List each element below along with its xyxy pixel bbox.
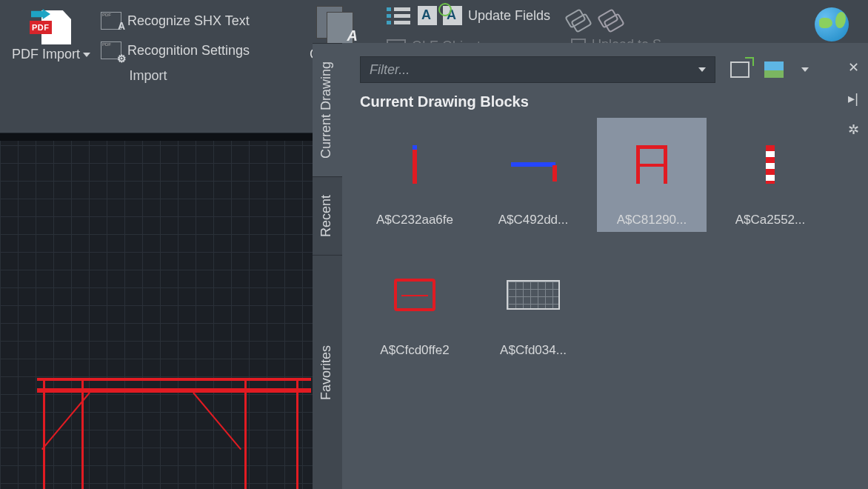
filter-input[interactable]: Filter...: [360, 56, 715, 83]
recognition-settings-icon: ⚙: [101, 41, 121, 59]
filter-placeholder: Filter...: [370, 62, 410, 78]
block-label: A$C492dd...: [498, 213, 569, 227]
block-thumbnail: [370, 124, 459, 205]
block-thumbnail: [489, 124, 578, 205]
tab-current-drawing[interactable]: Current Drawing: [313, 43, 342, 176]
block-item[interactable]: A$C232aa6fe: [360, 118, 470, 232]
block-item[interactable]: A$Cfcd0ffe2: [360, 248, 470, 362]
palette-tabs: Current Drawing Recent Favorites: [313, 43, 342, 489]
palette-content: Filter... Current Drawing Blocks A$C232a…: [342, 43, 868, 489]
block-thumbnail: [726, 124, 815, 205]
section-title: Current Drawing Blocks: [360, 93, 855, 110]
autohide-icon[interactable]: ▸|: [848, 90, 858, 107]
hyperlink-icon[interactable]: [567, 7, 589, 30]
palette-window-controls: ✕ ▸| ✲: [843, 59, 864, 138]
pdf-import-button[interactable]: PDF PDF Import: [6, 3, 96, 65]
combine-text-icon: A: [316, 6, 356, 44]
field-refresh-icon: [443, 6, 462, 25]
block-label: A$C81290...: [617, 213, 687, 227]
recognition-settings-button[interactable]: ⚙ Recognition Settings: [96, 39, 254, 62]
block-label: A$Ca2552...: [735, 213, 806, 227]
tab-recent[interactable]: Recent: [313, 176, 342, 255]
block-label: A$Cfcd0ffe2: [380, 343, 449, 358]
thumbnail-view-icon[interactable]: [764, 61, 784, 78]
block-item[interactable]: A$Cfd034...: [478, 248, 588, 362]
panel-import-label: Import: [6, 65, 290, 88]
block-thumbnail: [370, 254, 459, 336]
dropdown-caret-icon: [83, 53, 90, 57]
list-icon: [387, 6, 412, 25]
block-item[interactable]: A$C81290...: [597, 118, 707, 232]
recognize-shx-button[interactable]: A Recognize SHX Text: [96, 9, 254, 33]
block-thumbnail: [489, 254, 578, 336]
pdf-import-icon: PDF: [30, 6, 73, 44]
blocks-grid: A$C232aa6feA$C492dd...A$C81290...A$Ca255…: [360, 118, 855, 362]
insert-block-icon[interactable]: [730, 61, 750, 78]
panel-import: PDF PDF Import A Recognize SHX Text ⚙ Re…: [0, 0, 296, 133]
drawing-canvas[interactable]: [0, 133, 318, 489]
blocks-palette: Current Drawing Recent Favorites Filter.…: [313, 43, 868, 489]
chevron-down-icon: [698, 67, 706, 72]
field-a-icon: [418, 6, 437, 25]
close-icon[interactable]: ✕: [848, 59, 859, 76]
recognition-settings-label: Recognition Settings: [127, 43, 250, 59]
block-item[interactable]: A$C492dd...: [478, 118, 588, 232]
update-fields-label: Update Fields: [468, 8, 550, 24]
recognize-shx-label: Recognize SHX Text: [127, 13, 250, 29]
recognize-shx-icon: A: [101, 12, 121, 30]
globe-icon[interactable]: [815, 7, 849, 41]
block-item[interactable]: A$Ca2552...: [715, 118, 825, 232]
pdf-badge: PDF: [30, 21, 52, 34]
view-dropdown-icon[interactable]: [801, 67, 809, 72]
block-label: A$Cfd034...: [500, 343, 567, 358]
settings-icon[interactable]: ✲: [848, 122, 859, 138]
tab-favorites[interactable]: Favorites: [313, 255, 342, 489]
drawing-geometry: [37, 333, 311, 489]
block-label: A$C232aa6fe: [376, 213, 453, 227]
block-thumbnail: [607, 124, 696, 205]
pdf-import-label: PDF Import: [12, 47, 80, 61]
data-link-icon[interactable]: [599, 7, 621, 30]
update-fields-button[interactable]: Update Fields: [382, 3, 555, 28]
